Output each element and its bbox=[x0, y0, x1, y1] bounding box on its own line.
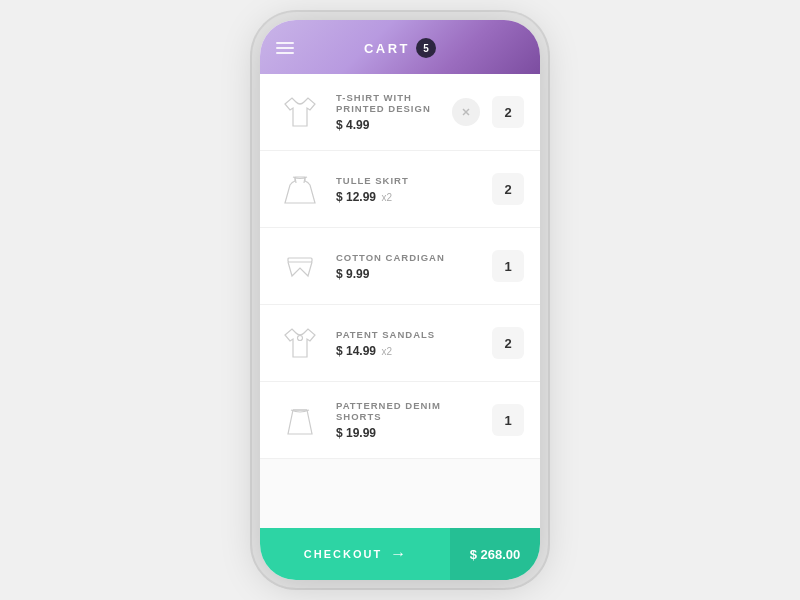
svg-point-5 bbox=[298, 336, 303, 341]
qty-patent-sandals[interactable]: 2 bbox=[492, 327, 524, 359]
svg-rect-4 bbox=[288, 258, 312, 262]
item-price-tshirt: $ 4.99 bbox=[336, 118, 440, 132]
item-name-tulle-skirt: TULLE SKIRT bbox=[336, 175, 480, 186]
item-multiplier-patent-sandals: x2 bbox=[381, 346, 392, 357]
item-icon-dress bbox=[276, 165, 324, 213]
qty-tulle-skirt[interactable]: 2 bbox=[492, 173, 524, 205]
checkout-label: CHECKOUT bbox=[304, 548, 382, 560]
item-info-tshirt: T-SHIRT WITH PRINTED DESIGN $ 4.99 bbox=[336, 92, 440, 132]
delete-button-tshirt[interactable] bbox=[452, 98, 480, 126]
phone-frame: CART 5 T-SHIRT WITH PRINTED DESIGN $ 4.9… bbox=[260, 20, 540, 580]
item-icon-shorts bbox=[276, 242, 324, 290]
qty-denim-shorts[interactable]: 1 bbox=[492, 404, 524, 436]
item-multiplier-tulle-skirt: x2 bbox=[381, 192, 392, 203]
qty-tshirt[interactable]: 2 bbox=[492, 96, 524, 128]
cart-badge: 5 bbox=[416, 38, 436, 58]
item-name-cotton-cardigan: COTTON CARDIGAN bbox=[336, 252, 480, 263]
item-price-denim-shorts: $ 19.99 bbox=[336, 426, 480, 440]
cart-list: T-SHIRT WITH PRINTED DESIGN $ 4.99 2 bbox=[260, 74, 540, 528]
cart-item-tulle-skirt: TULLE SKIRT $ 12.99 x2 2 bbox=[260, 151, 540, 228]
item-info-patent-sandals: PATENT SANDALS $ 14.99 x2 bbox=[336, 329, 480, 358]
menu-button[interactable] bbox=[276, 42, 294, 54]
cart-item-patent-sandals: PATENT SANDALS $ 14.99 x2 2 bbox=[260, 305, 540, 382]
qty-cotton-cardigan[interactable]: 1 bbox=[492, 250, 524, 282]
cart-item-tshirt: T-SHIRT WITH PRINTED DESIGN $ 4.99 2 bbox=[260, 74, 540, 151]
item-icon-tshirt bbox=[276, 88, 324, 136]
checkout-button[interactable]: CHECKOUT → bbox=[260, 528, 450, 580]
item-name-patent-sandals: PATENT SANDALS bbox=[336, 329, 480, 340]
item-name-tshirt: T-SHIRT WITH PRINTED DESIGN bbox=[336, 92, 440, 114]
checkout-arrow-icon: → bbox=[390, 545, 406, 563]
item-info-cotton-cardigan: COTTON CARDIGAN $ 9.99 bbox=[336, 252, 480, 281]
total-box: $ 268.00 bbox=[450, 528, 540, 580]
item-icon-top bbox=[276, 319, 324, 367]
item-info-denim-shorts: PATTERNED DENIM SHORTS $ 19.99 bbox=[336, 400, 480, 440]
item-info-tulle-skirt: TULLE SKIRT $ 12.99 x2 bbox=[336, 175, 480, 204]
cart-item-denim-shorts: PATTERNED DENIM SHORTS $ 19.99 1 bbox=[260, 382, 540, 459]
cart-item-cotton-cardigan: COTTON CARDIGAN $ 9.99 1 bbox=[260, 228, 540, 305]
header: CART 5 bbox=[260, 20, 540, 74]
item-price-patent-sandals: $ 14.99 x2 bbox=[336, 344, 480, 358]
item-icon-skirt bbox=[276, 396, 324, 444]
item-price-cotton-cardigan: $ 9.99 bbox=[336, 267, 480, 281]
page-title: CART bbox=[364, 41, 410, 56]
item-price-tulle-skirt: $ 12.99 x2 bbox=[336, 190, 480, 204]
checkout-bar: CHECKOUT → $ 268.00 bbox=[260, 528, 540, 580]
total-amount: $ 268.00 bbox=[470, 547, 521, 562]
item-name-denim-shorts: PATTERNED DENIM SHORTS bbox=[336, 400, 480, 422]
